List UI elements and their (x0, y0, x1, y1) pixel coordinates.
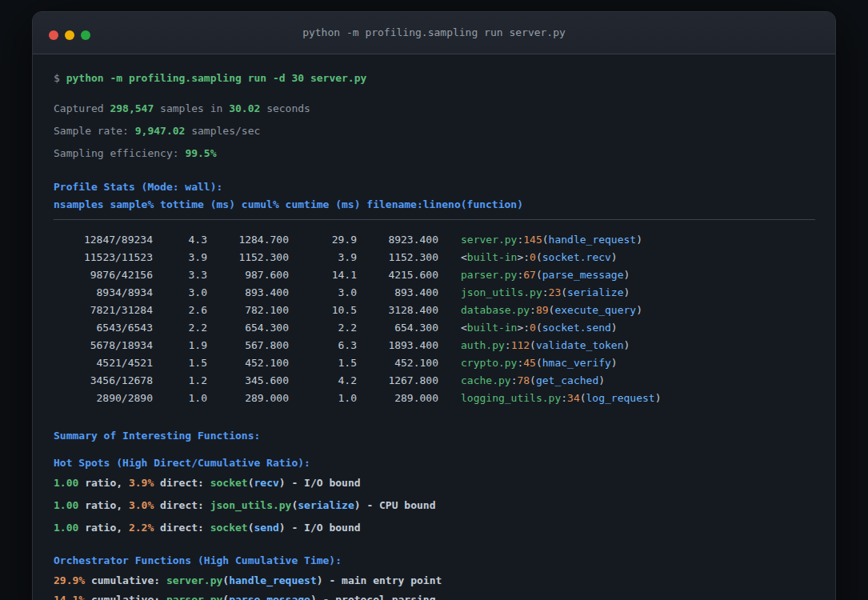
hot-spots-heading: Hot Spots (High Direct/Cumulative Ratio)… (54, 455, 815, 471)
function-location: server.py:145(handle_request) (461, 234, 642, 246)
hot-spot-line: 1.00 ratio, 2.2% direct: socket(send) - … (54, 520, 815, 536)
profile-stats-heading: Profile Stats (Mode: wall): (54, 179, 815, 195)
function-location: <built-in>:0(socket.recv) (461, 251, 618, 263)
terminal-window: python -m profiling.sampling run server.… (32, 11, 836, 600)
orchestrator-line: 29.9% cumulative: server.py(handle_reque… (54, 573, 815, 589)
terminal-body[interactable]: $ python -m profiling.sampling run -d 30… (33, 54, 835, 600)
command-line: $ python -m profiling.sampling run -d 30… (54, 70, 815, 86)
stat-line: Sampling efficiency: 99.5% (54, 146, 815, 162)
table-row: 12847/892344.31284.70029.98923.400server… (54, 231, 815, 249)
hot-spot-line: 1.00 ratio, 3.0% direct: json_utils.py(s… (54, 498, 815, 514)
table-row: 9876/421563.3987.60014.14215.600parser.p… (54, 266, 815, 284)
function-location: crypto.py:45(hmac_verify) (461, 357, 618, 369)
table-row: 3456/126781.2345.6004.21267.800cache.py:… (54, 372, 815, 390)
close-button[interactable] (49, 30, 58, 40)
function-location: auth.py:112(validate_token) (461, 339, 630, 351)
profile-rows: 12847/892344.31284.70029.98923.400server… (54, 231, 815, 407)
window-title: python -m profiling.sampling run server.… (33, 12, 835, 54)
table-row: 11523/115233.91152.3003.91152.300<built-… (54, 249, 815, 266)
intro-lines: Captured 298,547 samples in 30.02 second… (54, 101, 815, 162)
profile-columns-header: nsamples sample% tottime (ms) cumul% cum… (54, 197, 815, 213)
function-location: parser.py:67(parse_message) (461, 269, 630, 281)
summary-heading: Summary of Interesting Functions: (54, 428, 815, 444)
function-location: <built-in>:0(socket.send) (461, 322, 618, 334)
minimize-button[interactable] (65, 30, 74, 40)
stat-line: Sample rate: 9,947.02 samples/sec (54, 123, 815, 139)
table-row: 5678/189341.9567.8006.31893.400auth.py:1… (54, 337, 815, 354)
function-location: cache.py:78(get_cached) (461, 374, 605, 386)
orchestrators-heading: Orchestrator Functions (High Cumulative … (54, 553, 815, 569)
traffic-lights (49, 30, 90, 40)
command-text: python -m profiling.sampling run -d 30 s… (66, 72, 367, 84)
maximize-button[interactable] (81, 30, 90, 40)
table-row: 7821/312842.6782.10010.53128.400database… (54, 302, 815, 319)
table-row: 8934/89343.0893.4003.0893.400json_utils.… (54, 284, 815, 302)
function-location: json_utils.py:23(serialize) (461, 286, 630, 298)
function-location: database.py:89(execute_query) (461, 304, 642, 316)
table-row: 4521/45211.5452.1001.5452.100crypto.py:4… (54, 354, 815, 372)
table-separator (54, 219, 815, 220)
function-location: logging_utils.py:34(log_request) (461, 392, 661, 404)
table-row: 6543/65432.2654.3002.2654.300<built-in>:… (54, 319, 815, 337)
hot-spot-line: 1.00 ratio, 3.9% direct: socket(recv) - … (54, 475, 815, 491)
table-row: 2890/28901.0289.0001.0289.000logging_uti… (54, 390, 815, 407)
hot-spots-list: 1.00 ratio, 3.9% direct: socket(recv) - … (54, 475, 815, 536)
titlebar: python -m profiling.sampling run server.… (33, 12, 835, 54)
orchestrator-line: 14.1% cumulative: parser.py(parse_messag… (54, 592, 815, 600)
prompt-symbol: $ (54, 72, 66, 84)
stat-line: Captured 298,547 samples in 30.02 second… (54, 101, 815, 117)
orchestrators-list: 29.9% cumulative: server.py(handle_reque… (54, 573, 815, 600)
